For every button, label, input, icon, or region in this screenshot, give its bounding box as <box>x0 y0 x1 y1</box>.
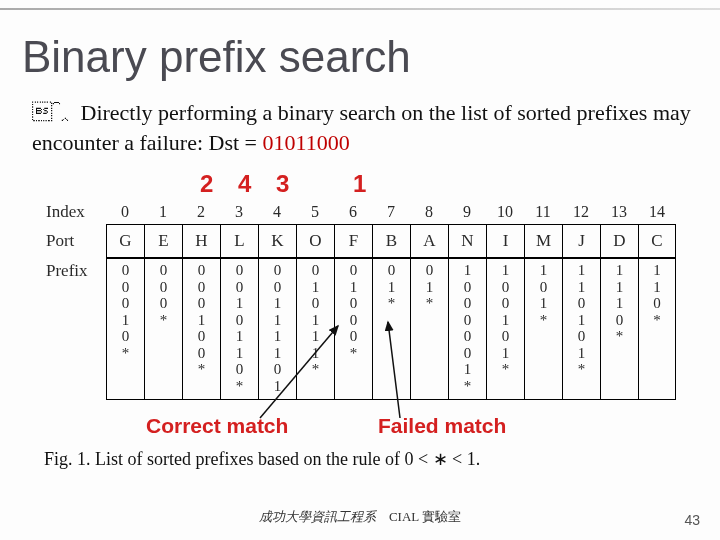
prefix-cell: 100101* <box>486 259 524 399</box>
figure-caption: Fig. 1. List of sorted prefixes based on… <box>44 448 700 470</box>
port-cell: K <box>258 224 296 258</box>
port-cell: D <box>600 224 638 258</box>
index-label: Index <box>46 200 106 224</box>
bullet-glyph: ⁀‸ <box>32 99 71 126</box>
port-label: Port <box>46 224 106 258</box>
bullet-text: ⁀‸ Directly performing a binary search … <box>32 98 700 157</box>
prefix-cell: 00010* <box>106 259 144 399</box>
bullet-content: Directly performing a binary search on t… <box>32 100 691 155</box>
port-cell: F <box>334 224 372 258</box>
index-cell: 2 <box>182 200 220 224</box>
port-cell: N <box>448 224 486 258</box>
prefix-cell: 0010110* <box>220 259 258 399</box>
index-row: Index 01234567891011121314 <box>46 200 682 224</box>
footer-university: 成功大學資訊工程系 <box>259 509 376 524</box>
prefix-cell: 01* <box>372 259 410 399</box>
footer-text: 成功大學資訊工程系 CIAL 實驗室 <box>0 508 720 526</box>
index-cell: 4 <box>258 200 296 224</box>
prefix-row: Prefix 00010*000*000100*0010110*00111101… <box>46 258 682 400</box>
dst-value: 01011000 <box>262 130 349 155</box>
port-cell: E <box>144 224 182 258</box>
page-number: 43 <box>684 512 700 528</box>
prefix-cell: 101* <box>524 259 562 399</box>
port-cell: L <box>220 224 258 258</box>
step-2: 2 <box>200 170 213 198</box>
index-cell: 5 <box>296 200 334 224</box>
slide-top-line <box>0 8 720 10</box>
index-cell: 0 <box>106 200 144 224</box>
prefix-cell: 01* <box>410 259 448 399</box>
index-cell: 3 <box>220 200 258 224</box>
port-cell: J <box>562 224 600 258</box>
port-cell: O <box>296 224 334 258</box>
port-cell: C <box>638 224 676 258</box>
prefix-cell: 110* <box>638 259 676 399</box>
index-cell: 6 <box>334 200 372 224</box>
prefix-cell: 000* <box>144 259 182 399</box>
port-cell: B <box>372 224 410 258</box>
footer-lab: CIAL 實驗室 <box>389 509 461 524</box>
index-cell: 8 <box>410 200 448 224</box>
port-cell: I <box>486 224 524 258</box>
index-cell: 9 <box>448 200 486 224</box>
failed-match-label: Failed match <box>378 414 506 438</box>
index-cells: 01234567891011121314 <box>106 200 676 224</box>
index-cell: 10 <box>486 200 524 224</box>
prefix-cells: 00010*000*000100*0010110*00111101010111*… <box>106 258 676 400</box>
index-cell: 11 <box>524 200 562 224</box>
index-cell: 14 <box>638 200 676 224</box>
prefix-cell: 1000001* <box>448 259 486 399</box>
port-cell: A <box>410 224 448 258</box>
step-3: 3 <box>276 170 289 198</box>
page-title: Binary prefix search <box>22 32 411 82</box>
port-cell: G <box>106 224 144 258</box>
port-cells: GEHLKOFBANIMJDC <box>106 224 676 258</box>
prefix-cell: 00111101 <box>258 259 296 399</box>
correct-match-label: Correct match <box>146 414 288 438</box>
port-cell: M <box>524 224 562 258</box>
step-4: 4 <box>238 170 251 198</box>
prefix-cell: 010111* <box>296 259 334 399</box>
prefix-cell: 01000* <box>334 259 372 399</box>
index-cell: 13 <box>600 200 638 224</box>
prefix-cell: 1110* <box>600 259 638 399</box>
index-cell: 1 <box>144 200 182 224</box>
prefix-table: Index 01234567891011121314 Port GEHLKOFB… <box>46 200 682 400</box>
prefix-cell: 000100* <box>182 259 220 399</box>
port-row: Port GEHLKOFBANIMJDC <box>46 224 682 258</box>
index-cell: 12 <box>562 200 600 224</box>
index-cell: 7 <box>372 200 410 224</box>
prefix-label: Prefix <box>46 258 106 400</box>
port-cell: H <box>182 224 220 258</box>
prefix-cell: 110101* <box>562 259 600 399</box>
step-1: 1 <box>353 170 366 198</box>
